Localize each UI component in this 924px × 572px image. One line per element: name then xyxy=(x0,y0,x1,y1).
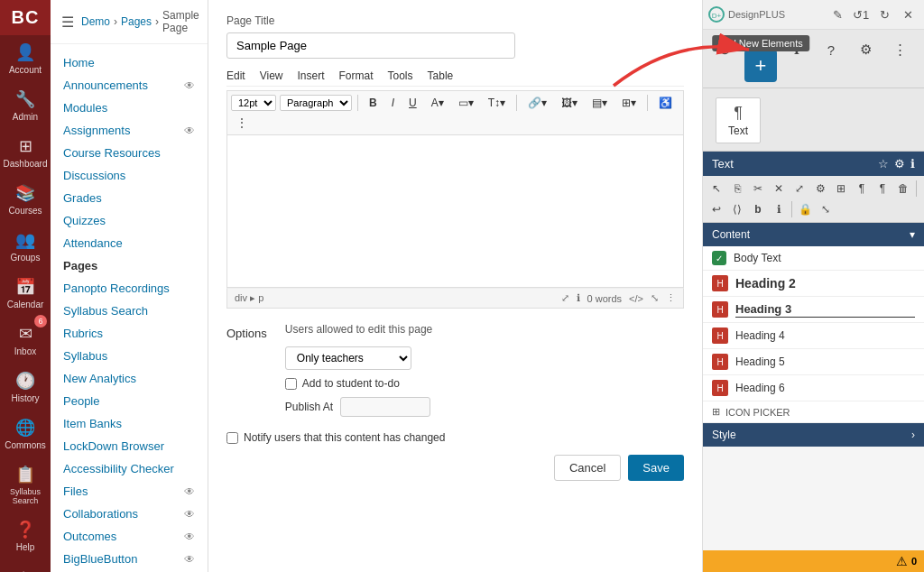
add-to-todo-checkbox[interactable] xyxy=(285,378,297,390)
italic-button[interactable]: I xyxy=(386,95,400,111)
sidebar-item-home[interactable]: Home xyxy=(51,51,208,74)
pt-para2-btn[interactable]: ¶ xyxy=(873,179,892,198)
sidebar-item-accessibility[interactable]: Accessibility Checker xyxy=(51,457,208,480)
editor-area[interactable] xyxy=(226,134,684,288)
menu-format[interactable]: Format xyxy=(339,69,374,82)
nav-item-groups[interactable]: 👥 Groups xyxy=(0,223,51,270)
content-item-heading6[interactable]: H Heading 6 xyxy=(703,375,924,401)
nav-item-calendar[interactable]: 📅 Calendar xyxy=(0,270,51,317)
page-title-input[interactable] xyxy=(226,32,515,59)
sidebar-item-course-resources[interactable]: Course Resources xyxy=(51,142,208,164)
pt-copy-btn[interactable]: ⎘ xyxy=(727,179,747,198)
dp-redo-icon[interactable]: ↻ xyxy=(873,4,895,25)
sidebar-item-collaborations[interactable]: Collaborations 👁 xyxy=(51,503,208,525)
highlight-button[interactable]: ▭▾ xyxy=(453,95,479,111)
font-color-button[interactable]: A▾ xyxy=(426,95,449,111)
content-item-heading2[interactable]: H Heading 2 xyxy=(703,271,924,297)
text-star-icon[interactable]: ☆ xyxy=(878,157,889,171)
cancel-button[interactable]: Cancel xyxy=(554,455,621,481)
sidebar-item-rubrics[interactable]: Rubrics xyxy=(51,322,208,345)
sidebar-item-syllabus[interactable]: Syllabus xyxy=(51,345,208,367)
nav-item-account[interactable]: 👤 Account xyxy=(0,35,51,82)
footer-icon-4[interactable]: ⤡ xyxy=(651,292,659,304)
panel-more-icon[interactable]: ⋮ xyxy=(885,35,914,64)
pt-delete-btn[interactable]: ✕ xyxy=(769,179,789,198)
link-button[interactable]: 🔗▾ xyxy=(522,95,552,111)
underline-button[interactable]: U xyxy=(403,95,422,111)
nav-back-button[interactable]: ← xyxy=(0,559,51,572)
footer-icon-3[interactable]: </> xyxy=(629,293,643,304)
sidebar-item-quizzes[interactable]: Quizzes xyxy=(51,209,208,232)
add-new-button[interactable]: + xyxy=(744,50,777,82)
sidebar-item-discussions[interactable]: Discussions xyxy=(51,164,208,187)
panel-help-icon[interactable]: ? xyxy=(817,35,845,64)
pt-undo-btn[interactable]: ↩ xyxy=(707,199,726,219)
edit-permissions-select[interactable]: Only teachers Teachers and students Anyo… xyxy=(285,346,411,370)
sidebar-item-new-analytics[interactable]: New Analytics xyxy=(51,367,208,390)
pt-grid-btn[interactable]: ⊞ xyxy=(831,179,851,198)
more-button[interactable]: ⋮ xyxy=(231,115,253,131)
sidebar-item-syllabus-search[interactable]: Syllabus Search xyxy=(51,300,208,322)
dp-close-icon[interactable]: ✕ xyxy=(897,4,919,25)
menu-view[interactable]: View xyxy=(260,69,283,82)
nav-item-dashboard[interactable]: ⊞ Dashboard xyxy=(0,129,51,176)
save-button[interactable]: Save xyxy=(628,455,684,481)
dp-edit-icon[interactable]: ✎ xyxy=(827,4,848,25)
image-button[interactable]: 🖼▾ xyxy=(556,95,583,111)
bold-button[interactable]: B xyxy=(364,95,383,111)
sidebar-item-outcomes[interactable]: Outcomes 👁 xyxy=(51,525,208,548)
pt-del2-btn[interactable]: 🗑 xyxy=(893,179,913,198)
menu-table[interactable]: Table xyxy=(428,69,454,82)
nav-item-inbox[interactable]: ✉ 6 Inbox xyxy=(0,317,51,364)
content-item-body-text[interactable]: ✓ Body Text xyxy=(703,246,924,271)
footer-icon-1[interactable]: ⤢ xyxy=(561,292,569,304)
sidebar-item-bigbluebutton[interactable]: BigBlueButton 👁 xyxy=(51,548,208,570)
embed-button[interactable]: ⊞▾ xyxy=(616,95,642,111)
sidebar-item-modules[interactable]: Modules xyxy=(51,97,208,119)
content-item-heading5[interactable]: H Heading 5 xyxy=(703,349,924,375)
icon-picker-row[interactable]: ⊞ ICON PICKER xyxy=(703,401,924,423)
pt-cut-btn[interactable]: ✂ xyxy=(748,179,768,198)
pt-settings2-btn[interactable]: ⚙ xyxy=(810,179,830,198)
pt-drag-btn[interactable]: ⤢ xyxy=(790,179,809,198)
footer-icon-2[interactable]: ℹ xyxy=(577,292,580,304)
nav-item-courses[interactable]: 📚 Courses xyxy=(0,176,51,223)
text-element-box[interactable]: ¶ Text xyxy=(716,97,761,143)
content-item-heading4[interactable]: H Heading 4 xyxy=(703,323,924,349)
pt-b-btn[interactable]: b xyxy=(748,199,768,219)
sidebar-item-pages[interactable]: Pages xyxy=(51,254,208,277)
pt-info2-btn[interactable]: ℹ xyxy=(769,199,789,219)
sidebar-item-item-banks[interactable]: Item Banks xyxy=(51,412,208,435)
accessibility-check-button[interactable]: ♿ xyxy=(653,95,678,111)
sidebar-item-lockdown[interactable]: LockDown Browser xyxy=(51,435,208,457)
sidebar-item-attendance[interactable]: Attendance xyxy=(51,232,208,254)
nav-item-commons[interactable]: 🌐 Commons xyxy=(0,411,51,457)
nav-item-admin[interactable]: 🔧 Admin xyxy=(0,82,51,129)
sidebar-item-people[interactable]: People xyxy=(51,390,208,412)
pt-expand-btn[interactable]: ⤡ xyxy=(816,199,836,219)
dp-undo-icon[interactable]: ↺1 xyxy=(850,4,872,25)
breadcrumb-demo[interactable]: Demo xyxy=(81,15,110,28)
paragraph-style-select[interactable]: Paragraph xyxy=(280,95,352,111)
menu-tools[interactable]: Tools xyxy=(388,69,413,82)
nav-item-help[interactable]: ❓ Help xyxy=(0,512,51,559)
footer-icon-5[interactable]: ⋮ xyxy=(666,292,676,304)
text-settings-icon[interactable]: ⚙ xyxy=(894,157,905,171)
pt-cursor-btn[interactable]: ↖ xyxy=(707,179,726,198)
pt-code-btn[interactable]: ⟨⟩ xyxy=(727,199,747,219)
nav-item-syllabus-search[interactable]: 📋 Syllabus Search xyxy=(0,457,51,512)
publish-at-input[interactable] xyxy=(340,397,430,417)
sidebar-item-announcements[interactable]: Announcements 👁 xyxy=(51,74,208,97)
hamburger-menu[interactable]: ☰ xyxy=(61,14,74,31)
notify-checkbox[interactable] xyxy=(226,432,238,444)
font-size-select[interactable]: 12pt xyxy=(231,95,276,111)
breadcrumb-pages[interactable]: Pages xyxy=(121,15,152,28)
text-info-icon[interactable]: ℹ xyxy=(910,157,915,171)
panel-tools-icon[interactable]: ⚙ xyxy=(851,35,880,64)
media-button[interactable]: ▤▾ xyxy=(587,95,613,111)
font-size-adj-button[interactable]: T↕▾ xyxy=(483,95,511,111)
sidebar-item-panopto[interactable]: Panopto Recordings xyxy=(51,277,208,300)
nav-item-history[interactable]: 🕐 History xyxy=(0,364,51,411)
menu-edit[interactable]: Edit xyxy=(226,69,245,82)
pt-lock-btn[interactable]: 🔒 xyxy=(795,199,815,219)
